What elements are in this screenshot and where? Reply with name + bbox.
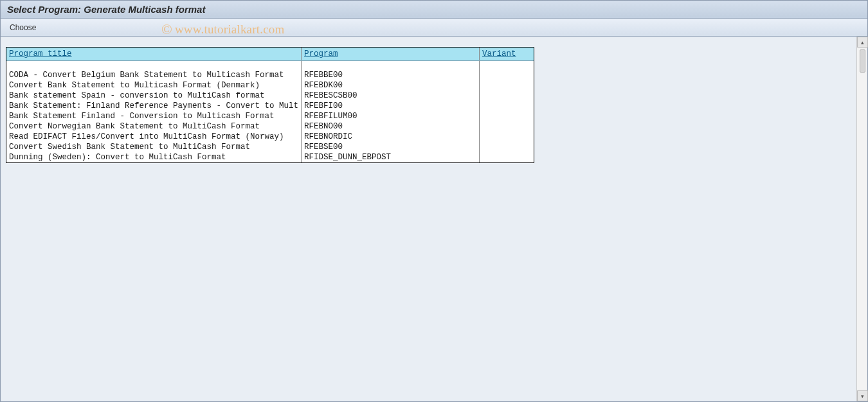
titlebar: Select Program: Generate Multicash forma…: [1, 1, 867, 19]
app-window: Select Program: Generate Multicash forma…: [0, 0, 868, 402]
cell-title: Bank Statement Finland - Conversion to M…: [6, 111, 302, 121]
cell-program: RFEBESCSB00: [302, 91, 480, 101]
cell-program: RFEBSE00: [302, 142, 480, 152]
table-row[interactable]: Dunning (Sweden): Convert to MultiCash F…: [6, 152, 534, 162]
cell-program: RFEBFI00: [302, 101, 480, 111]
col-header-program[interactable]: Program: [302, 48, 480, 61]
table-row[interactable]: Bank statement Spain - conversion to Mul…: [6, 91, 534, 101]
cell-program: RFEBDK00: [302, 80, 480, 91]
col-header-variant[interactable]: Variant: [479, 48, 534, 61]
cell-title: Convert Norwegian Bank Statement to Mult…: [6, 121, 302, 132]
scroll-down-arrow-icon[interactable]: ▾: [857, 390, 868, 401]
cell-variant: [479, 101, 534, 111]
cell-title: Dunning (Sweden): Convert to MultiCash F…: [6, 152, 302, 162]
cell-program: RFEBFILUM00: [302, 111, 480, 121]
cell-variant: [479, 111, 534, 121]
table-row[interactable]: Read EDIFACT Files/Convert into MultiCas…: [6, 132, 534, 142]
cell-variant: [479, 70, 534, 80]
choose-button[interactable]: Choose: [10, 23, 36, 32]
col-header-title[interactable]: Program title: [6, 48, 302, 61]
cell-variant: [479, 80, 534, 91]
table-header-row: Program title Program Variant: [6, 48, 534, 61]
table-blank-row: [6, 61, 534, 70]
table-row[interactable]: CODA - Convert Belgium Bank Statement to…: [6, 70, 534, 80]
scroll-thumb[interactable]: [860, 49, 865, 73]
cell-variant: [479, 121, 534, 132]
table-row[interactable]: Convert Swedish Bank Statement to MultiC…: [6, 142, 534, 152]
cell-title: Read EDIFACT Files/Convert into MultiCas…: [6, 132, 302, 142]
table-row[interactable]: Bank Statement: Finland Reference Paymen…: [6, 101, 534, 111]
scroll-up-arrow-icon[interactable]: ▴: [857, 37, 868, 48]
cell-program: RFEBBE00: [302, 70, 480, 80]
cell-title: Bank Statement: Finland Reference Paymen…: [6, 101, 302, 111]
page-title: Select Program: Generate Multicash forma…: [7, 4, 205, 15]
cell-title: CODA - Convert Belgium Bank Statement to…: [6, 70, 302, 80]
toolbar: Choose: [1, 19, 867, 37]
table-row[interactable]: Convert Bank Statement to Multicash Form…: [6, 80, 534, 91]
cell-variant: [479, 152, 534, 162]
cell-variant: [479, 142, 534, 152]
cell-title: Convert Swedish Bank Statement to MultiC…: [6, 142, 302, 152]
cell-program: RFIDSE_DUNN_EBPOST: [302, 152, 480, 162]
cell-variant: [479, 91, 534, 101]
content-area: Program title Program Variant CODA - Con…: [1, 37, 856, 401]
table-row[interactable]: Convert Norwegian Bank Statement to Mult…: [6, 121, 534, 132]
cell-program: RFEBNORDIC: [302, 132, 480, 142]
cell-title: Convert Bank Statement to Multicash Form…: [6, 80, 302, 91]
table-row[interactable]: Bank Statement Finland - Conversion to M…: [6, 111, 534, 121]
cell-title: Bank statement Spain - conversion to Mul…: [6, 91, 302, 101]
vertical-scrollbar[interactable]: ▴ ▾: [856, 37, 867, 401]
program-table: Program title Program Variant CODA - Con…: [6, 47, 534, 163]
cell-variant: [479, 132, 534, 142]
cell-program: RFEBNO00: [302, 121, 480, 132]
